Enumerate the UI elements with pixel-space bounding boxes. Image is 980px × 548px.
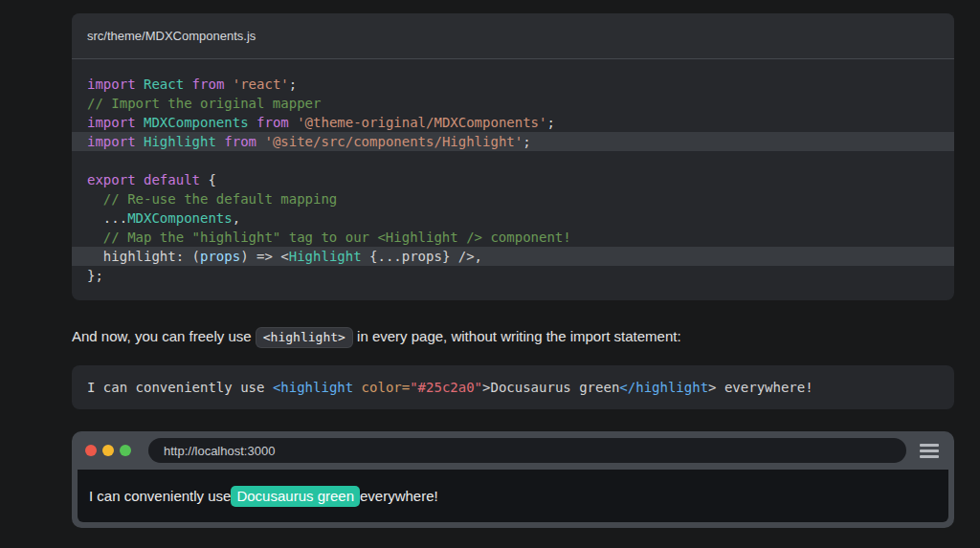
browser-window-mockup: http://localhost:3000 I can conveniently… xyxy=(72,431,954,528)
paragraph: And now, you can freely use <highlight> … xyxy=(72,325,954,349)
code-line: export default { xyxy=(72,170,954,189)
code-block-content[interactable]: I can conveniently use <highlight color=… xyxy=(72,365,954,409)
docs-page: src/theme/MDXComponents.js import React … xyxy=(0,0,980,548)
code-block-usage-example: I can conveniently use <highlight color=… xyxy=(72,365,954,409)
window-close-button[interactable] xyxy=(85,445,97,456)
window-maximize-button[interactable] xyxy=(120,445,131,456)
code-line: highlight: (props) => <Highlight {...pro… xyxy=(72,247,954,266)
code-block-content[interactable]: import React from 'react';// Import the … xyxy=(72,59,954,300)
code-line: import Highlight from '@site/src/compone… xyxy=(72,132,954,151)
code-block-title: src/theme/MDXComponents.js xyxy=(72,13,954,59)
code-line: I can conveniently use <highlight color=… xyxy=(72,378,954,397)
code-line: }; xyxy=(72,266,954,285)
window-minimize-button[interactable] xyxy=(102,445,114,456)
code-line xyxy=(72,151,954,170)
paragraph-text-before: And now, you can freely use xyxy=(72,328,256,344)
code-line: import MDXComponents from '@theme-origin… xyxy=(72,113,954,132)
hamburger-menu-icon[interactable] xyxy=(920,444,939,458)
code-line: import React from 'react'; xyxy=(72,75,954,94)
code-line: // Import the original mapper xyxy=(72,94,954,113)
inline-code-highlight-tag: <highlight> xyxy=(256,327,353,348)
code-line: // Re-use the default mapping xyxy=(72,189,954,208)
code-block-mdxcomponents: src/theme/MDXComponents.js import React … xyxy=(72,13,954,300)
browser-text-before: I can conveniently use xyxy=(89,488,231,504)
code-line: ...MDXComponents, xyxy=(72,208,954,228)
address-bar[interactable]: http://localhost:3000 xyxy=(148,438,906,463)
paragraph-text-after: in every page, without writing the impor… xyxy=(353,328,681,344)
highlighted-text: Docusaurus green xyxy=(231,486,360,507)
browser-text-after: everywhere! xyxy=(360,488,438,504)
browser-topbar: http://localhost:3000 xyxy=(78,431,948,470)
code-line: // Map the "highlight" tag to our <Highl… xyxy=(72,228,954,247)
url-text: http://localhost:3000 xyxy=(164,444,275,458)
browser-content: I can conveniently use Docusaurus green … xyxy=(78,470,948,522)
